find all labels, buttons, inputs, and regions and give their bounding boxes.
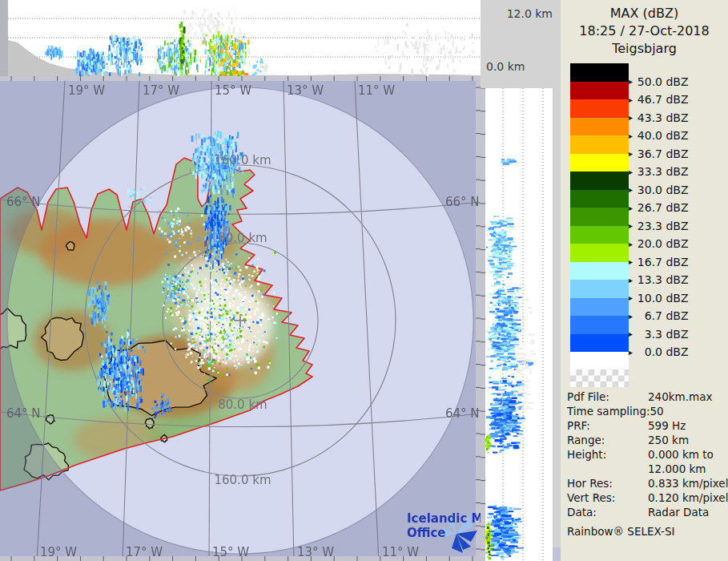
echo-pixel [195, 295, 198, 297]
echo-pixel [501, 402, 502, 404]
echo-pixel [525, 354, 527, 356]
echo-pixel [262, 62, 263, 63]
echo-pixel [255, 71, 257, 72]
echo-pixel [206, 356, 207, 357]
echo-pixel [187, 353, 189, 356]
echo-pixel [213, 312, 215, 314]
echo-pixel [490, 434, 497, 436]
echo-pixel [227, 173, 228, 177]
echo-pixel [162, 47, 163, 49]
echo-pixel [212, 370, 215, 373]
echo-pixel [212, 64, 214, 70]
echo-pixel [107, 389, 107, 391]
echo-pixel [493, 368, 500, 370]
echo-pixel [178, 289, 180, 291]
echo-pixel [494, 293, 501, 294]
echo-pixel [221, 67, 223, 71]
echo-pixel [96, 303, 98, 305]
echo-pixel [441, 34, 444, 40]
echo-pixel [235, 170, 236, 174]
echo-pixel [126, 39, 127, 41]
echo-pixel [447, 64, 448, 67]
echo-pixel [195, 148, 195, 154]
echo-pixel [493, 422, 501, 423]
echo-pixel [210, 268, 211, 268]
echo-pixel [419, 42, 420, 48]
echo-pixel [513, 523, 517, 524]
echo-pixel [232, 345, 235, 348]
echo-pixel [509, 422, 514, 424]
echo-pixel [245, 43, 247, 50]
echo-pixel [239, 294, 241, 297]
echo-pixel [219, 319, 221, 321]
echo-pixel [216, 293, 219, 296]
echo-pixel [505, 333, 507, 336]
echo-pixel [491, 337, 497, 339]
echo-pixel [213, 34, 214, 40]
echo-pixel [229, 344, 231, 346]
echo-pixel [215, 260, 216, 262]
echo-pixel [207, 299, 209, 301]
echo-pixel [188, 305, 190, 307]
echo-pixel [489, 554, 491, 556]
echo-pixel [498, 248, 501, 250]
echo-pixel [179, 296, 180, 297]
echo-pixel [503, 319, 509, 321]
echo-pixel [225, 186, 226, 188]
echo-pixel [210, 333, 212, 335]
echo-pixel [228, 213, 229, 216]
echo-pixel [107, 297, 107, 298]
echo-pixel [221, 283, 223, 285]
echo-pixel [203, 188, 206, 192]
echo-pixel [500, 450, 504, 451]
sidebar-title-block: MAX (dBZ) 18:25 / 27-Oct-2018 Teigsbjarg [561, 5, 728, 58]
echo-pixel [515, 346, 517, 348]
echo-pixel [127, 405, 129, 411]
echo-pixel [513, 537, 517, 539]
echo-pixel [236, 71, 238, 72]
echo-pixel [127, 189, 130, 192]
echo-pixel [139, 38, 139, 41]
echo-pixel [113, 388, 115, 391]
info-value: 250 km [648, 433, 689, 447]
echo-pixel [228, 264, 230, 266]
echo-pixel [211, 308, 212, 309]
echo-pixel [248, 274, 250, 276]
echo-pixel [213, 334, 214, 335]
echo-pixel [90, 48, 92, 51]
echo-pixel [173, 300, 175, 302]
echo-pixel [388, 55, 390, 59]
echo-pixel [226, 204, 227, 206]
echo-pixel [206, 34, 208, 36]
echo-pixel [213, 349, 215, 351]
echo-pixel [486, 247, 488, 248]
echo-pixel [167, 280, 168, 282]
echo-pixel [243, 36, 244, 38]
echo-pixel [214, 214, 216, 218]
echo-pixel [209, 236, 210, 241]
echo-pixel [256, 61, 258, 63]
echo-pixel [524, 317, 529, 319]
echo-pixel [487, 527, 489, 529]
echo-pixel [137, 365, 139, 369]
tick-arrow-icon: ▸ [629, 257, 635, 266]
echo-pixel [105, 290, 106, 294]
echo-pixel [248, 48, 250, 54]
echo-pixel [176, 280, 179, 283]
echo-pixel [486, 443, 488, 445]
echo-pixel [180, 304, 183, 306]
echo-pixel [210, 280, 212, 282]
echo-pixel [207, 196, 209, 198]
echo-pixel [515, 432, 518, 433]
echo-pixel [489, 545, 491, 547]
echo-pixel [136, 197, 139, 200]
echo-pixel [162, 217, 163, 219]
echo-pixel [215, 313, 218, 316]
echo-pixel [497, 227, 498, 228]
echo-pixel [108, 337, 110, 343]
echo-pixel [83, 67, 86, 70]
dbz-unit: dBZ [662, 93, 689, 106]
echo-pixel [204, 157, 206, 163]
echo-pixel [514, 308, 519, 309]
echo-pixel [169, 234, 171, 236]
